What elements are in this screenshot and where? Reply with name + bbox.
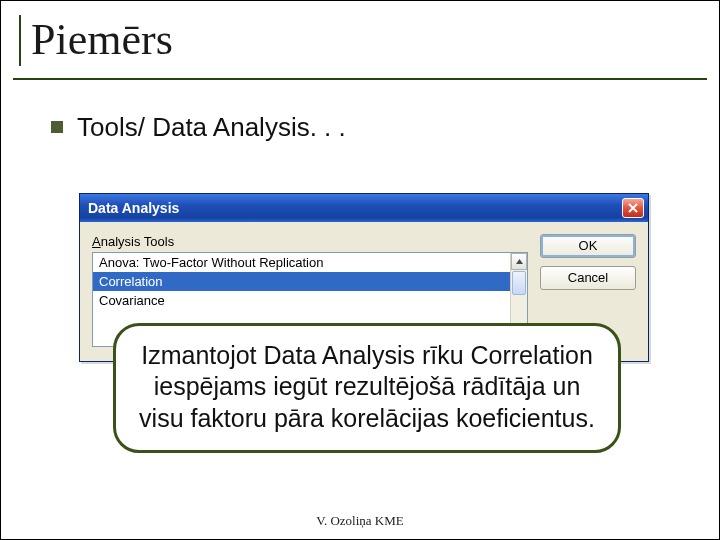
slide: Piemērs Tools/ Data Analysis. . . Data A… <box>1 1 719 539</box>
dialog-title: Data Analysis <box>88 200 179 216</box>
scroll-up-button[interactable] <box>511 253 527 270</box>
close-button[interactable] <box>622 198 644 218</box>
label-rest: nalysis Tools <box>101 234 174 249</box>
ok-button[interactable]: OK <box>540 234 636 258</box>
callout: Izmantojot Data Analysis rīku Correlatio… <box>113 323 621 453</box>
label-accel: A <box>92 234 101 249</box>
bullet-row: Tools/ Data Analysis. . . <box>51 112 719 143</box>
slide-footer: V. Ozoliņa KME <box>1 513 719 529</box>
list-item[interactable]: Anova: Two-Factor Without Replication <box>93 253 527 272</box>
chevron-up-icon <box>516 259 523 264</box>
cancel-button[interactable]: Cancel <box>540 266 636 290</box>
close-icon <box>628 203 638 213</box>
bullet-text: Tools/ Data Analysis. . . <box>77 112 346 143</box>
list-item[interactable]: Covariance <box>93 291 527 310</box>
page-title: Piemērs <box>19 15 701 66</box>
list-item[interactable]: Correlation <box>93 272 527 291</box>
scroll-thumb[interactable] <box>512 271 526 295</box>
dialog-titlebar[interactable]: Data Analysis <box>80 194 648 222</box>
title-wrap: Piemērs <box>13 11 707 80</box>
analysis-tools-label: Analysis Tools <box>92 234 528 249</box>
bullet-icon <box>51 121 63 133</box>
callout-text: Izmantojot Data Analysis rīku Correlatio… <box>139 341 595 432</box>
